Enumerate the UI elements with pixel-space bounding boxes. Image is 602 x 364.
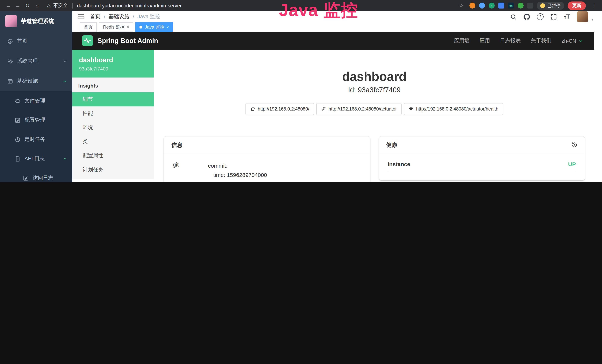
chevron-up-icon	[63, 79, 67, 84]
sidebar-item-access-logs[interactable]: 访问日志	[0, 168, 72, 182]
sba-item-logs[interactable]: 日志	[72, 179, 154, 182]
sba-item-config-props[interactable]: 配置属性	[72, 149, 154, 163]
close-icon[interactable]: ×	[127, 25, 129, 29]
browser-back-button[interactable]: ←	[4, 3, 13, 9]
browser-forward-button[interactable]: →	[13, 3, 22, 9]
sba-insights-title: Insights	[72, 77, 154, 92]
instance-title: dashboard	[164, 69, 585, 84]
site-security-chip[interactable]: ⚠ 不安全	[47, 2, 68, 9]
sba-item-classes[interactable]: 类	[72, 135, 154, 149]
screen: ← → ↻ ⌂ ⚠ 不安全 dashboard.yudao.iocoder.cn…	[0, 0, 602, 182]
sidebar-item-label: 配置管理	[24, 117, 45, 124]
sba-logo-icon[interactable]	[82, 35, 93, 46]
sba-item-metrics[interactable]: 性能	[72, 107, 154, 120]
tab-java-monitor[interactable]: Java 监控 ×	[136, 22, 173, 32]
fullscreen-icon[interactable]	[551, 13, 557, 20]
sidebar-item-scheduled-tasks[interactable]: 定时任务	[0, 130, 72, 149]
health-card: 健康 Instance UP	[379, 137, 585, 180]
tab-redis-monitor[interactable]: Redis 监控 ×	[99, 22, 133, 32]
health-instance-row[interactable]: Instance UP	[388, 161, 576, 172]
sba-item-environment[interactable]: 环境	[72, 120, 154, 135]
sba-sidebar: dashboard 93a3fc7f7409 Insights 细节 性能 环境…	[72, 50, 154, 182]
sba-navbar: Spring Boot Admin 应用墙 应用 日志报表 关于我们 zh-CN	[72, 32, 594, 50]
service-url-label: http://192.168.0.2:48080/	[258, 107, 309, 112]
git-commit-line: commit:	[208, 161, 361, 170]
hamburger-icon[interactable]	[77, 13, 85, 20]
bookmark-star-icon[interactable]: ☆	[457, 3, 466, 9]
browser-chrome: ← → ↻ ⌂ ⚠ 不安全 dashboard.yudao.iocoder.cn…	[0, 0, 602, 11]
browser-menu-icon[interactable]: ⋮	[590, 3, 599, 9]
edit-icon	[15, 117, 20, 123]
sba-item-details[interactable]: 细节	[72, 92, 154, 107]
sidebar-item-config-management[interactable]: 配置管理	[0, 110, 72, 130]
sba-brand[interactable]: Spring Boot Admin	[97, 37, 158, 45]
sba-language-label: zh-CN	[562, 38, 576, 44]
main-column: 首页 / 基础设施 / Java 监控 ? TT ▾	[72, 11, 602, 182]
info-git-row: git commit: time: 1596289704000 id: 27aa…	[173, 161, 361, 182]
sba-nav-about[interactable]: 关于我们	[531, 37, 552, 44]
extension-drop-icon[interactable]	[479, 3, 485, 9]
service-url-button[interactable]: http://192.168.0.2:48080/	[246, 103, 314, 115]
sidebar-item-label: 基础设施	[17, 78, 38, 85]
close-icon[interactable]: ×	[166, 25, 169, 29]
extension-on-icon[interactable]: on	[508, 3, 514, 9]
sidebar-item-file-management[interactable]: 文件管理	[0, 91, 72, 110]
browser-reload-button[interactable]: ↻	[23, 3, 32, 9]
chevron-down-icon	[63, 59, 67, 64]
github-icon[interactable]	[524, 13, 530, 20]
avatar-caret-icon[interactable]: ▾	[591, 17, 593, 22]
cloud-icon	[15, 98, 20, 104]
extension-grid-icon[interactable]	[498, 3, 504, 9]
sidebar-item-system-management[interactable]: 系统管理	[0, 51, 72, 71]
health-status-badge: UP	[568, 161, 576, 167]
sidebar-item-home[interactable]: 首页	[0, 31, 72, 51]
wrench-icon	[321, 107, 326, 111]
browser-home-button[interactable]: ⌂	[33, 3, 42, 9]
extension-fox-icon[interactable]	[469, 3, 475, 9]
sba-main: dashboard Id: 93a3fc7f7409 http://192.16…	[154, 50, 594, 182]
sba-instance-header[interactable]: dashboard 93a3fc7f7409	[72, 50, 154, 77]
breadcrumb-separator: /	[133, 14, 134, 20]
extension-leaf-icon[interactable]	[518, 3, 524, 9]
profile-paused-badge[interactable]: 已暂停	[537, 2, 564, 10]
app-logo[interactable]: 芋道管理系统	[0, 11, 72, 31]
sidebar-item-label: 文件管理	[24, 97, 45, 104]
breadcrumb-infrastructure[interactable]: 基础设施	[109, 13, 129, 20]
search-icon[interactable]	[510, 13, 516, 20]
update-button[interactable]: 更新	[568, 1, 586, 10]
info-card: 信息 git commit: time: 1596289704000 id: 2	[164, 137, 370, 182]
tab-label: Java 监控	[145, 24, 164, 30]
extension-check-icon[interactable]: ✓	[489, 3, 495, 9]
breadcrumb-home[interactable]: 首页	[90, 13, 100, 20]
sba-nav-journal[interactable]: 日志报表	[500, 37, 521, 44]
actuator-url-button[interactable]: http://192.168.0.2:48080/actuator	[316, 103, 402, 115]
document-icon	[23, 175, 29, 181]
infrastructure-submenu: 文件管理 配置管理 定时任务 API 日志	[0, 91, 72, 182]
active-tab-dot	[140, 26, 143, 29]
git-time-line: time: 1596289704000	[208, 170, 361, 180]
health-url-label: http://192.168.0.2:48080/actuator/health	[416, 107, 498, 112]
warning-icon: ⚠	[47, 3, 51, 8]
health-url-button[interactable]: http://192.168.0.2:48080/actuator/health	[404, 103, 503, 115]
sba-item-scheduled-tasks[interactable]: 计划任务	[72, 163, 154, 177]
sba-nav-applications[interactable]: 应用	[480, 37, 490, 44]
sba-insights-group: Insights 细节 性能 环境 类 配置属性 计划任务	[72, 77, 154, 179]
font-size-icon[interactable]: TT	[564, 14, 570, 20]
address-url[interactable]: dashboard.yudao.iocoder.cn/infra/admin-s…	[72, 3, 182, 8]
help-icon[interactable]: ?	[537, 13, 544, 20]
history-icon[interactable]	[571, 142, 577, 148]
extension-puzzle-icon[interactable]	[527, 3, 533, 9]
sba-nav-wallboard[interactable]: 应用墙	[454, 37, 470, 44]
sidebar-item-infrastructure[interactable]: 基础设施	[0, 71, 72, 91]
profile-emoji-icon	[540, 3, 545, 8]
tab-home[interactable]: 首页	[80, 22, 97, 32]
breadcrumb-separator: /	[104, 14, 105, 20]
sba-language-select[interactable]: zh-CN	[562, 38, 583, 44]
app-title: 芋道管理系统	[21, 18, 54, 25]
topbar: 首页 / 基础设施 / Java 监控 ? TT ▾	[72, 11, 602, 22]
security-label: 不安全	[53, 2, 68, 9]
document-icon	[15, 156, 20, 161]
gauge-icon	[7, 38, 13, 44]
user-avatar[interactable]	[577, 11, 588, 22]
sidebar-item-api-logs[interactable]: API 日志	[0, 149, 72, 168]
